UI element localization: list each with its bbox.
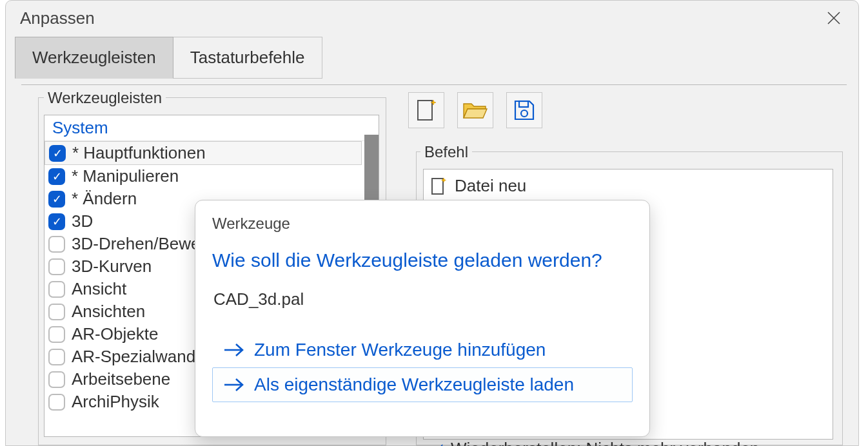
toolbar-action-row [408,92,542,128]
load-toolbar-dialog: Werkzeuge Wie soll die Werkzeugleiste ge… [195,200,650,437]
svg-rect-2 [418,101,432,120]
list-item-label: 3D [72,211,93,231]
tab-keyboard-shortcuts[interactable]: Tastaturbefehle [173,37,322,79]
list-item-label: AR-Objekte [72,324,158,344]
checkbox-icon[interactable]: ✓ [49,145,66,162]
checkbox-icon[interactable] [48,281,65,298]
new-toolbar-button[interactable] [408,92,444,128]
modal-category: Werkzeuge [212,215,633,233]
checkbox-icon[interactable] [48,394,65,411]
list-item-label: Arbeitsebene [72,369,170,389]
modal-filename: CAD_3d.pal [213,289,633,309]
command-groupbox-label: Befehl [420,143,472,161]
svg-rect-4 [519,101,528,107]
separator [21,84,847,85]
window-title: Anpassen [20,8,95,28]
list-item[interactable]: ✓ * Hauptfunktionen [44,141,362,165]
toolbars-group-header: System [44,115,379,141]
checkbox-icon[interactable]: ✓ [48,168,65,185]
open-toolbar-button[interactable] [457,92,493,128]
checkbox-icon[interactable] [48,258,65,275]
list-item-label: * Hauptfunktionen [72,143,206,163]
checkbox-icon[interactable] [48,371,65,388]
titlebar: Anpassen [6,1,858,37]
option-load-standalone-toolbar[interactable]: Als eigenständige Werkzeugleiste laden [212,367,633,402]
svg-point-5 [521,110,528,117]
arrow-right-icon [223,343,245,357]
close-button[interactable] [821,8,847,30]
list-item-label: * Manipulieren [72,166,179,186]
checkbox-icon[interactable] [48,236,65,253]
list-item-label: 3D-Kurven [72,257,152,276]
checkbox-icon[interactable]: ✓ [48,213,65,230]
command-item[interactable]: Datei neu [430,175,826,197]
svg-rect-6 [432,179,443,194]
modal-heading: Wie soll die Werkzeugleiste geladen werd… [212,249,633,271]
redo-icon [428,442,444,447]
new-file-icon [430,177,447,196]
save-floppy-icon [513,99,535,121]
list-item-label: ArchiPhysik [72,392,159,412]
tab-strip: Werkzeugleisten Tastaturbefehle [15,37,858,79]
checkbox-icon[interactable]: ✓ [48,191,65,208]
checkbox-icon[interactable] [48,326,65,343]
new-file-icon [415,98,437,122]
list-item-label: Ansicht [72,279,126,299]
command-item-label: Wiederherstellen: Nichts mehr vorhanden [451,439,759,446]
toolbars-groupbox-label: Werkzeugleisten [44,89,166,107]
checkbox-icon[interactable] [48,304,65,320]
close-icon [826,10,842,26]
list-item-label: * Ändern [72,189,137,209]
arrow-right-icon [223,378,245,392]
option-add-to-tools-window[interactable]: Zum Fenster Werkzeuge hinzufügen [212,333,633,367]
list-item[interactable]: ✓ * Manipulieren [44,165,379,188]
command-item-partial: Wiederherstellen: Nichts mehr vorhanden [428,439,759,446]
save-toolbar-button[interactable] [506,92,542,128]
checkbox-icon[interactable] [48,349,65,365]
open-folder-icon [462,100,488,121]
option-label: Als eigenständige Werkzeugleiste laden [254,374,574,395]
command-item-label: Datei neu [455,176,526,196]
list-item-label: Ansichten [72,302,145,322]
tab-toolbars[interactable]: Werkzeugleisten [15,37,173,79]
option-label: Zum Fenster Werkzeuge hinzufügen [254,340,546,360]
